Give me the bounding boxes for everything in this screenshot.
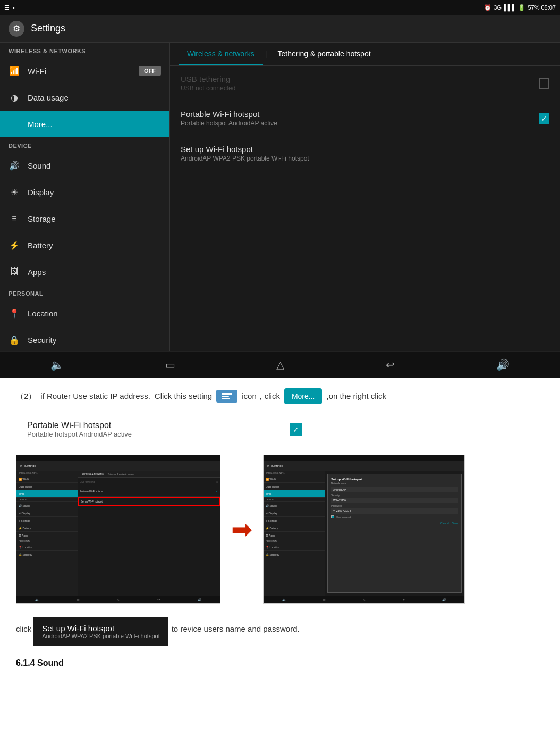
sidebar-item-battery[interactable]: ⚡ Battery [0,232,169,258]
mini-r-sound: 🔊 Sound [264,502,325,509]
mini-sidebar-left: WIRELESS & NET... 📶 Wi-Fi Data usage Mor… [16,471,78,596]
mini-row-portable: Portable Wi-Fi hotspot✓ [78,487,220,497]
mini-r-nav-recent: ▭ [323,598,326,601]
hotspot-banner-subtitle: Portable hotspot AndroidAP active [27,430,132,438]
more-button-inline[interactable]: More... [284,388,323,404]
right-panel: Wireless & networks | Tethering & portab… [170,43,560,351]
portable-wifi-text: Portable Wi-Fi hotspot Portable hotspot … [181,110,539,127]
mini-sidebar-sound: 🔊 Sound [16,502,78,509]
sidebar-item-display[interactable]: ☀ Display [0,179,169,205]
sidebar-more-label: More... [28,120,53,129]
android-screenshot: ☰ ▪ ⏰ 3G ▌▌▌ 🔋 57% 05:07 ⚙ Settings WIRE… [0,0,560,378]
sidebar-item-security[interactable]: 🔒 Security [0,327,169,351]
sidebar-storage-label: Storage [28,214,56,223]
mini-title-right: ⚙ Settings [264,461,464,471]
dialog-security-input: WPA2 PSK [331,498,458,503]
arrow-right-icon: ➡ [231,514,252,544]
mini-r-battery: ⚡ Battery [264,524,325,532]
tab-tethering[interactable]: Tethering & portable hotspot [269,43,379,65]
mini-sidebar-data: Data usage [16,483,78,490]
sidebar-item-location[interactable]: 📍 Location [0,300,169,327]
network-strength-icon: 3G [494,4,502,11]
mini-r-nav-vol-down: 🔈 [282,598,286,601]
nav-bar: 🔈 ▭ △ ↩ 🔊 [0,351,560,378]
setup-banner-title: Set up Wi-Fi hotspot [42,624,160,633]
security-icon: 🔒 [9,334,20,346]
sidebar-wifi-label: Wi-Fi [28,66,46,76]
setup-wifi-text: Set up Wi-Fi hotspot AndroidAP WPA2 PSK … [181,145,549,162]
setup-banner-subtitle: AndroidAP WPA2 PSK portable Wi-Fi hotspo… [42,633,160,639]
mini-r-security: 🔒 Security [264,551,325,558]
hotspot-banner: Portable Wi-Fi hotspot Portable hotspot … [16,413,313,446]
mini-nav-home: △ [117,598,120,601]
mini-r-location: 📍 Location [264,543,325,551]
mini-r-device: DEVICE [264,498,325,502]
mini-status-right [264,455,464,461]
portable-wifi-title: Portable Wi-Fi hotspot [181,110,539,119]
mini-android-right: ⚙ Settings WIRELESS & NET... 📶 Wi-Fi Dat… [264,455,464,603]
usb-tethering-checkbox[interactable] [539,78,549,89]
signal-icon: ▌▌▌ [504,4,516,11]
dialog-save-button[interactable]: Save [452,522,458,525]
back-nav-icon[interactable]: ↩ [386,358,395,371]
sidebar-security-label: Security [28,336,56,345]
mini-status-left [16,455,220,461]
show-pw-label: Show password [336,516,351,518]
mini-sidebar-storage: ≡ Storage [16,517,78,524]
mini-nav-right: 🔈 ▭ △ ↩ 🔊 [264,596,464,603]
mini-r-storage: ≡ Storage [264,517,325,524]
hotspot-banner-text: Portable Wi-Fi hotspot Portable hotspot … [27,421,132,438]
alarm-icon: ⏰ [484,4,491,11]
mini-tab-bar-left: Wireless & networks Tethering & portable… [78,471,220,478]
recent-apps-nav-icon[interactable]: ▭ [165,358,175,371]
setting-item-setup-wifi[interactable]: Set up Wi-Fi hotspot AndroidAP WPA2 PSK … [170,136,560,171]
home-nav-icon[interactable]: △ [276,358,284,371]
volume-up-nav-icon[interactable]: 🔊 [496,358,510,371]
sidebar-item-data-usage[interactable]: ◑ Data usage [0,84,169,111]
tab-wireless-networks[interactable]: Wireless & networks [179,43,263,65]
sidebar-item-sound[interactable]: 🔊 Sound [0,152,169,179]
hotspot-check-icon: ✓ [290,423,302,436]
sidebar-section-wireless: WIRELESS & NETWORKS [0,43,169,57]
gear-icon: ⚙ [9,21,24,37]
setting-item-usb-tethering: USB tethering USB not connected [170,66,560,101]
mini-r-wifi: 📶 Wi-Fi [264,475,325,483]
volume-down-nav-icon[interactable]: 🔈 [50,358,64,371]
dialog-password-input: TheR4t.B4l4c L [331,508,458,514]
battery-sidebar-icon: ⚡ [9,239,20,251]
mini-screenshot-left: ⚙ Settings WIRELESS & NET... 📶 Wi-Fi Dat… [16,455,220,604]
sidebar-display-label: Display [28,188,54,197]
dialog-cancel-button[interactable]: Cancel [440,522,449,525]
sidebar-item-wifi[interactable]: 📶 Wi-Fi OFF [0,57,169,84]
setup-wifi-title: Set up Wi-Fi hotspot [181,145,549,154]
setup-banner: Set up Wi-Fi hotspot AndroidAP WPA2 PSK … [33,617,168,646]
storage-icon: ≡ [9,213,20,224]
mini-sidebar-more: More... [16,490,78,498]
dialog-title: Set up Wi-Fi hotspot [331,478,458,481]
battery-percent: 57% 05:07 [528,4,556,11]
location-icon: 📍 [9,307,20,319]
sidebar-item-apps[interactable]: 🖼 Apps [0,258,169,285]
mini-sidebar-wireless: WIRELESS & NET... [16,471,78,475]
mini-sidebar-right: WIRELESS & NET... 📶 Wi-Fi Data usage Mor… [264,471,325,596]
tab-bar: Wireless & networks | Tethering & portab… [170,43,560,66]
setting-icon-inline [216,390,237,403]
setting-item-portable-wifi[interactable]: Portable Wi-Fi hotspot Portable hotspot … [170,101,560,136]
mini-sidebar-display: ☀ Display [16,509,78,517]
portable-wifi-checkbox[interactable]: ✓ [539,113,549,124]
instruction-text4: ,on the right click [326,390,386,403]
screenshots-row: ⚙ Settings WIRELESS & NET... 📶 Wi-Fi Dat… [16,455,544,604]
show-pw-checkbox [331,515,334,518]
sidebar-battery-label: Battery [28,241,53,250]
instruction-text3: icon，click [242,390,280,403]
mini-nav-back: ↩ [157,598,160,601]
sidebar-item-more[interactable]: More... [0,111,169,137]
mini-body-left: WIRELESS & NET... 📶 Wi-Fi Data usage Mor… [16,471,220,596]
mini-sidebar-location: 📍 Location [16,543,78,551]
wifi-toggle[interactable]: OFF [139,66,161,76]
status-bar: ☰ ▪ ⏰ 3G ▌▌▌ 🔋 57% 05:07 [0,0,560,15]
sidebar-item-storage[interactable]: ≡ Storage [0,205,169,232]
data-usage-icon: ◑ [9,91,20,103]
mini-row-usb: USB tethering□ [78,478,220,487]
mini-tab-tethering: Tethering & portable hotspot [106,473,137,475]
